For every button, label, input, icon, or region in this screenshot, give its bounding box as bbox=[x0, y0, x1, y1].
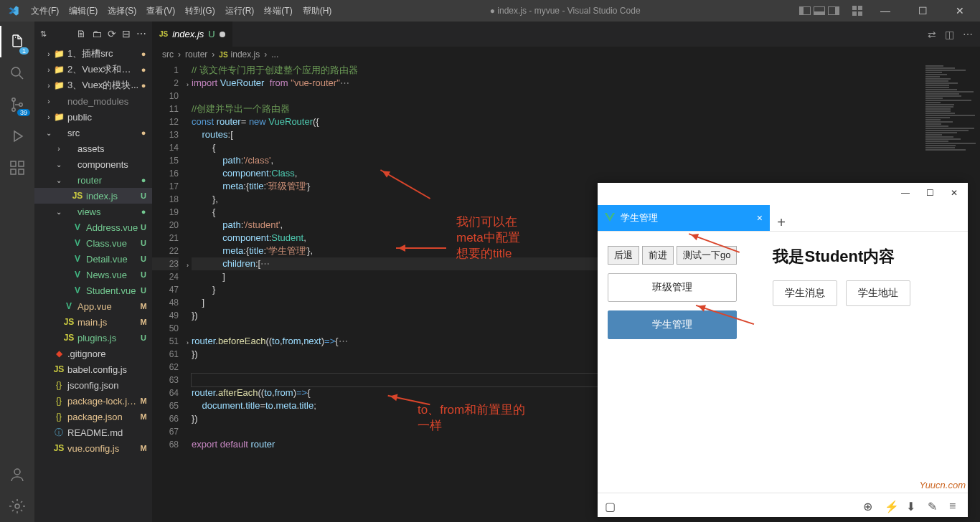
browser-maximize-button[interactable]: ☐ bbox=[919, 185, 941, 201]
history-button[interactable]: 后退 bbox=[608, 246, 639, 265]
tree-item[interactable]: {}jsconfig.json bbox=[34, 377, 152, 393]
panel-left-icon[interactable] bbox=[799, 6, 811, 15]
scm-badge: 39 bbox=[17, 109, 30, 116]
title-bar: 文件(F)编辑(E)选择(S)查看(V)转到(G)运行(R)终端(T)帮助(H)… bbox=[0, 0, 980, 22]
browser-minimize-button[interactable]: — bbox=[895, 185, 916, 201]
tree-item[interactable]: ›assets bbox=[34, 141, 152, 156]
tree-item[interactable]: ›📁3、Vuex的模块...● bbox=[34, 77, 152, 93]
sub-nav-button[interactable]: 学生消息 bbox=[773, 280, 837, 306]
new-folder-icon[interactable]: 🗀 bbox=[92, 28, 102, 39]
file-tree: ›📁1、插槽src●›📁2、Vuex求和案例●›📁3、Vuex的模块...●›n… bbox=[34, 46, 152, 462]
svg-point-9 bbox=[15, 504, 19, 508]
menu-item[interactable]: 文件(F) bbox=[26, 0, 64, 22]
tree-item[interactable]: {}package.jsonM bbox=[34, 409, 152, 424]
tree-item[interactable]: JSindex.jsU bbox=[34, 188, 152, 204]
menu-item[interactable]: 帮助(H) bbox=[298, 0, 337, 22]
tree-item[interactable]: ⌄views● bbox=[34, 204, 152, 219]
nav-student-button[interactable]: 学生管理 bbox=[608, 310, 737, 339]
menu-item[interactable]: 终端(T) bbox=[259, 0, 297, 22]
collapse-icon[interactable]: ⊟ bbox=[122, 28, 131, 39]
panel-bottom-icon[interactable] bbox=[814, 6, 825, 15]
refresh-icon[interactable]: ⟳ bbox=[108, 28, 116, 39]
menu-item[interactable]: 查看(V) bbox=[141, 0, 180, 22]
vue-favicon-icon bbox=[605, 213, 615, 223]
watermark: Yuucn.com bbox=[919, 480, 966, 490]
sub-nav-button[interactable]: 学生地址 bbox=[846, 280, 910, 306]
tab-more-icon[interactable]: ⋯ bbox=[963, 29, 973, 40]
panel-right-icon[interactable] bbox=[828, 6, 839, 15]
window-title: ● index.js - myvue - Visual Studio Code bbox=[336, 6, 793, 16]
history-button[interactable]: 测试一下go bbox=[677, 246, 737, 265]
explorer-icon[interactable]: 1 bbox=[0, 26, 34, 57]
tree-item[interactable]: VClass.vueU bbox=[34, 235, 152, 251]
tree-item[interactable]: JSvue.config.jsM bbox=[34, 440, 152, 456]
new-tab-button[interactable]: + bbox=[770, 214, 793, 231]
tree-item[interactable]: ›📁public bbox=[34, 109, 152, 125]
breadcrumb[interactable]: src›router›JSindex.js›... bbox=[152, 47, 980, 62]
minimize-button[interactable]: — bbox=[871, 0, 900, 22]
settings-icon[interactable] bbox=[0, 490, 34, 522]
tree-item[interactable]: VStudent.vueU bbox=[34, 283, 152, 298]
compare-icon[interactable]: ⇄ bbox=[928, 29, 936, 40]
menu-item[interactable]: 转到(G) bbox=[180, 0, 220, 22]
svg-rect-6 bbox=[19, 169, 24, 174]
browser-window: — ☐ ✕ 学生管理 × + 后退前进测试一下go 班级管理 学生管理 我是St… bbox=[598, 183, 968, 517]
layout-controls[interactable] bbox=[799, 6, 839, 15]
svg-point-3 bbox=[19, 103, 22, 106]
tree-item[interactable]: {}package-lock.jsonM bbox=[34, 393, 152, 409]
tab-bar: JS index.js U ⇄ ◫ ⋯ bbox=[152, 22, 980, 47]
nav-class-button[interactable]: 班级管理 bbox=[608, 273, 737, 302]
tree-item[interactable]: ◆.gitignore bbox=[34, 346, 152, 361]
tree-item[interactable]: ›node_modules bbox=[34, 93, 152, 109]
close-button[interactable]: ✕ bbox=[946, 0, 974, 22]
tab-status: U bbox=[208, 29, 215, 39]
menu-item[interactable]: 选择(S) bbox=[103, 0, 141, 22]
svg-point-2 bbox=[12, 108, 15, 111]
tab-index-js[interactable]: JS index.js U bbox=[152, 22, 233, 47]
footer-download-icon[interactable]: ⬇ bbox=[906, 500, 918, 511]
tree-item[interactable]: ⌄components bbox=[34, 156, 152, 172]
tree-item[interactable]: VNews.vueU bbox=[34, 267, 152, 283]
browser-close-button[interactable]: ✕ bbox=[943, 185, 965, 201]
tab-label: index.js bbox=[172, 29, 204, 39]
tree-item[interactable]: ›📁2、Vuex求和案例● bbox=[34, 62, 152, 77]
tree-item[interactable]: ⌄router● bbox=[34, 172, 152, 188]
more-icon[interactable]: ⋯ bbox=[136, 28, 146, 39]
footer-bolt-icon[interactable]: ⚡ bbox=[885, 500, 896, 511]
page-heading: 我是Student内容 bbox=[773, 246, 958, 267]
account-icon[interactable] bbox=[0, 459, 34, 490]
tree-item[interactable]: JSbabel.config.js bbox=[34, 361, 152, 377]
tree-item[interactable]: ⓘREADME.md bbox=[34, 424, 152, 440]
menu-bar: 文件(F)编辑(E)选择(S)查看(V)转到(G)运行(R)终端(T)帮助(H) bbox=[26, 0, 336, 22]
svg-point-8 bbox=[14, 469, 20, 475]
tab-close-icon[interactable]: × bbox=[757, 212, 763, 224]
explorer-sidebar: ⇅ 🗎 🗀 ⟳ ⊟ ⋯ ›📁1、插槽src●›📁2、Vuex求和案例●›📁3、V… bbox=[34, 22, 152, 522]
svg-point-0 bbox=[11, 67, 20, 76]
footer-edit-icon[interactable]: ✎ bbox=[928, 500, 939, 511]
debug-icon[interactable] bbox=[0, 120, 34, 152]
tree-item[interactable]: VApp.vueM bbox=[34, 298, 152, 314]
layout-grid-icon[interactable] bbox=[852, 6, 862, 16]
explorer-toggle-icon[interactable]: ⇅ bbox=[40, 29, 47, 39]
tree-item[interactable]: JSplugins.jsU bbox=[34, 330, 152, 346]
source-control-icon[interactable]: 39 bbox=[0, 89, 34, 120]
footer-square-icon[interactable]: ▢ bbox=[605, 500, 616, 511]
menu-item[interactable]: 编辑(E) bbox=[64, 0, 103, 22]
tree-item[interactable]: ⌄src● bbox=[34, 125, 152, 141]
footer-menu-icon[interactable]: ≡ bbox=[949, 500, 961, 511]
browser-tab[interactable]: 学生管理 × bbox=[598, 205, 770, 231]
tree-item[interactable]: VAddress.vueU bbox=[34, 219, 152, 235]
maximize-button[interactable]: ☐ bbox=[908, 0, 937, 22]
history-nav: 后退前进测试一下go bbox=[608, 246, 737, 265]
tree-item[interactable]: VDetail.vueU bbox=[34, 251, 152, 267]
vscode-logo-icon bbox=[7, 4, 20, 17]
tree-item[interactable]: ›📁1、插槽src● bbox=[34, 46, 152, 62]
history-button[interactable]: 前进 bbox=[642, 246, 674, 265]
menu-item[interactable]: 运行(R) bbox=[220, 0, 260, 22]
extensions-icon[interactable] bbox=[0, 152, 34, 184]
footer-plus-icon[interactable]: ⊕ bbox=[863, 500, 875, 511]
split-icon[interactable]: ◫ bbox=[945, 29, 954, 40]
search-icon[interactable] bbox=[0, 57, 34, 89]
new-file-icon[interactable]: 🗎 bbox=[76, 28, 86, 39]
tree-item[interactable]: JSmain.jsM bbox=[34, 314, 152, 330]
